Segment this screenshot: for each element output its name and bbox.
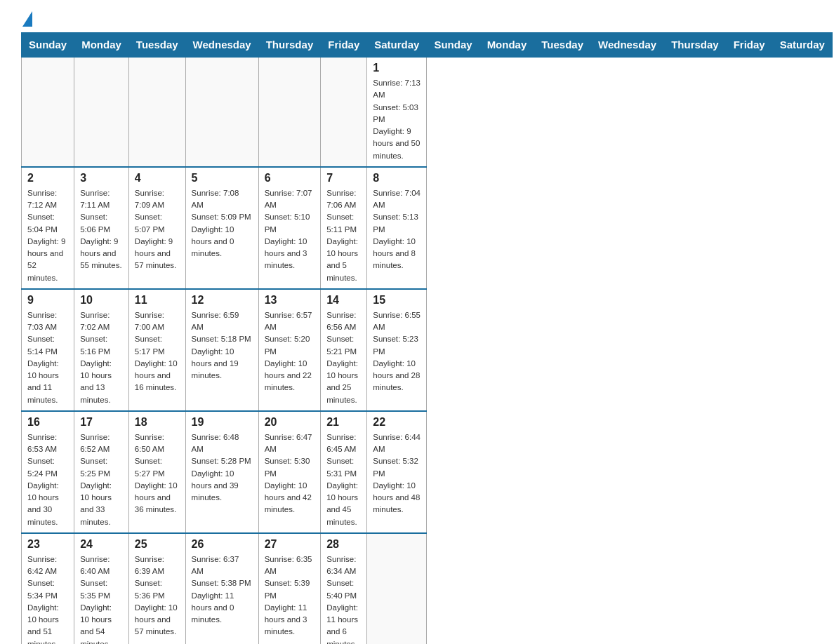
- day-info: Sunrise: 6:57 AM Sunset: 5:20 PM Dayligh…: [265, 309, 315, 394]
- day-info: Sunrise: 7:07 AM Sunset: 5:10 PM Dayligh…: [265, 187, 315, 272]
- day-number: 15: [373, 294, 421, 307]
- day-info: Sunrise: 7:11 AM Sunset: 5:06 PM Dayligh…: [80, 187, 123, 272]
- day-number: 12: [192, 294, 253, 307]
- calendar-cell: 1Sunrise: 7:13 AM Sunset: 5:03 PM Daylig…: [367, 57, 427, 167]
- day-number: 2: [27, 172, 68, 185]
- day-number: 9: [27, 294, 68, 307]
- day-info: Sunrise: 6:40 AM Sunset: 5:35 PM Dayligh…: [80, 554, 123, 644]
- column-header-friday: Friday: [321, 33, 367, 58]
- day-number: 4: [135, 172, 180, 185]
- column-header-sunday: Sunday: [427, 33, 479, 58]
- day-info: Sunrise: 7:04 AM Sunset: 5:13 PM Dayligh…: [373, 187, 421, 272]
- day-number: 1: [373, 62, 421, 74]
- calendar-cell: [321, 57, 367, 167]
- calendar-cell: 2Sunrise: 7:12 AM Sunset: 5:04 PM Daylig…: [22, 167, 74, 289]
- column-header-tuesday: Tuesday: [534, 33, 591, 58]
- day-number: 28: [326, 538, 361, 551]
- day-info: Sunrise: 7:06 AM Sunset: 5:11 PM Dayligh…: [326, 187, 361, 284]
- logo: [21, 14, 32, 25]
- day-info: Sunrise: 7:03 AM Sunset: 5:14 PM Dayligh…: [27, 309, 68, 406]
- day-info: Sunrise: 6:34 AM Sunset: 5:40 PM Dayligh…: [326, 554, 361, 644]
- column-header-friday: Friday: [726, 33, 772, 58]
- calendar-cell: 7Sunrise: 7:06 AM Sunset: 5:11 PM Daylig…: [321, 167, 367, 289]
- calendar-cell: 15Sunrise: 6:55 AM Sunset: 5:23 PM Dayli…: [367, 289, 427, 411]
- calendar-cell: [367, 533, 427, 644]
- column-header-saturday: Saturday: [772, 33, 832, 58]
- day-number: 23: [27, 538, 68, 551]
- calendar-cell: 25Sunrise: 6:39 AM Sunset: 5:36 PM Dayli…: [128, 533, 185, 644]
- day-number: 19: [192, 416, 253, 429]
- day-number: 24: [80, 538, 123, 551]
- day-number: 22: [373, 416, 421, 429]
- calendar-cell: 17Sunrise: 6:52 AM Sunset: 5:25 PM Dayli…: [74, 411, 129, 533]
- day-info: Sunrise: 7:00 AM Sunset: 5:17 PM Dayligh…: [135, 309, 180, 394]
- day-number: 10: [80, 294, 123, 307]
- day-info: Sunrise: 6:47 AM Sunset: 5:30 PM Dayligh…: [265, 431, 315, 516]
- day-info: Sunrise: 6:35 AM Sunset: 5:39 PM Dayligh…: [265, 554, 315, 638]
- day-info: Sunrise: 6:48 AM Sunset: 5:28 PM Dayligh…: [192, 431, 253, 504]
- calendar-week-5: 23Sunrise: 6:42 AM Sunset: 5:34 PM Dayli…: [22, 533, 833, 644]
- calendar-cell: [128, 57, 185, 167]
- day-info: Sunrise: 6:39 AM Sunset: 5:36 PM Dayligh…: [135, 554, 180, 638]
- day-info: Sunrise: 6:45 AM Sunset: 5:31 PM Dayligh…: [326, 431, 361, 528]
- column-header-saturday: Saturday: [367, 33, 427, 58]
- day-number: 7: [326, 172, 361, 185]
- calendar-cell: 18Sunrise: 6:50 AM Sunset: 5:27 PM Dayli…: [128, 411, 185, 533]
- day-info: Sunrise: 6:50 AM Sunset: 5:27 PM Dayligh…: [135, 431, 180, 516]
- calendar-cell: 6Sunrise: 7:07 AM Sunset: 5:10 PM Daylig…: [258, 167, 321, 289]
- day-number: 17: [80, 416, 123, 429]
- day-info: Sunrise: 7:12 AM Sunset: 5:04 PM Dayligh…: [27, 187, 68, 284]
- calendar-cell: [185, 57, 258, 167]
- calendar-week-1: 1Sunrise: 7:13 AM Sunset: 5:03 PM Daylig…: [22, 57, 833, 167]
- column-header-tuesday: Tuesday: [128, 33, 185, 58]
- column-header-thursday: Thursday: [664, 33, 727, 58]
- column-header-wednesday: Wednesday: [591, 33, 664, 58]
- calendar-cell: 10Sunrise: 7:02 AM Sunset: 5:16 PM Dayli…: [74, 289, 129, 411]
- column-header-monday: Monday: [479, 33, 534, 58]
- day-info: Sunrise: 6:59 AM Sunset: 5:18 PM Dayligh…: [192, 309, 253, 382]
- column-header-sunday: Sunday: [22, 33, 74, 58]
- day-number: 11: [135, 294, 180, 307]
- day-info: Sunrise: 7:02 AM Sunset: 5:16 PM Dayligh…: [80, 309, 123, 406]
- day-info: Sunrise: 6:55 AM Sunset: 5:23 PM Dayligh…: [373, 309, 421, 394]
- day-info: Sunrise: 6:44 AM Sunset: 5:32 PM Dayligh…: [373, 431, 421, 516]
- day-info: Sunrise: 6:37 AM Sunset: 5:38 PM Dayligh…: [192, 554, 253, 626]
- calendar-cell: 20Sunrise: 6:47 AM Sunset: 5:30 PM Dayli…: [258, 411, 321, 533]
- calendar-cell: 21Sunrise: 6:45 AM Sunset: 5:31 PM Dayli…: [321, 411, 367, 533]
- day-number: 16: [27, 416, 68, 429]
- calendar-cell: 9Sunrise: 7:03 AM Sunset: 5:14 PM Daylig…: [22, 289, 74, 411]
- calendar-cell: 23Sunrise: 6:42 AM Sunset: 5:34 PM Dayli…: [22, 533, 74, 644]
- calendar-cell: 8Sunrise: 7:04 AM Sunset: 5:13 PM Daylig…: [367, 167, 427, 289]
- page-header: [21, 14, 813, 25]
- day-number: 13: [265, 294, 315, 307]
- day-info: Sunrise: 7:09 AM Sunset: 5:07 PM Dayligh…: [135, 187, 180, 272]
- calendar-cell: 13Sunrise: 6:57 AM Sunset: 5:20 PM Dayli…: [258, 289, 321, 411]
- column-header-monday: Monday: [74, 33, 129, 58]
- day-number: 6: [265, 172, 315, 185]
- day-number: 20: [265, 416, 315, 429]
- calendar-cell: [258, 57, 321, 167]
- calendar-cell: 12Sunrise: 6:59 AM Sunset: 5:18 PM Dayli…: [185, 289, 258, 411]
- calendar-cell: 24Sunrise: 6:40 AM Sunset: 5:35 PM Dayli…: [74, 533, 129, 644]
- calendar-cell: 16Sunrise: 6:53 AM Sunset: 5:24 PM Dayli…: [22, 411, 74, 533]
- day-info: Sunrise: 7:13 AM Sunset: 5:03 PM Dayligh…: [373, 77, 421, 162]
- day-number: 25: [135, 538, 180, 551]
- calendar-week-4: 16Sunrise: 6:53 AM Sunset: 5:24 PM Dayli…: [22, 411, 833, 533]
- calendar-cell: 4Sunrise: 7:09 AM Sunset: 5:07 PM Daylig…: [128, 167, 185, 289]
- day-info: Sunrise: 6:52 AM Sunset: 5:25 PM Dayligh…: [80, 431, 123, 528]
- calendar-header-row: SundayMondayTuesdayWednesdayThursdayFrid…: [22, 33, 833, 58]
- day-number: 21: [326, 416, 361, 429]
- calendar-cell: 28Sunrise: 6:34 AM Sunset: 5:40 PM Dayli…: [321, 533, 367, 644]
- calendar-cell: 27Sunrise: 6:35 AM Sunset: 5:39 PM Dayli…: [258, 533, 321, 644]
- day-number: 3: [80, 172, 123, 185]
- calendar-cell: 5Sunrise: 7:08 AM Sunset: 5:09 PM Daylig…: [185, 167, 258, 289]
- calendar-cell: 26Sunrise: 6:37 AM Sunset: 5:38 PM Dayli…: [185, 533, 258, 644]
- calendar-week-2: 2Sunrise: 7:12 AM Sunset: 5:04 PM Daylig…: [22, 167, 833, 289]
- calendar-cell: 22Sunrise: 6:44 AM Sunset: 5:32 PM Dayli…: [367, 411, 427, 533]
- calendar-table: SundayMondayTuesdayWednesdayThursdayFrid…: [21, 32, 833, 644]
- calendar-cell: [74, 57, 129, 167]
- day-info: Sunrise: 6:56 AM Sunset: 5:21 PM Dayligh…: [326, 309, 361, 406]
- day-info: Sunrise: 6:53 AM Sunset: 5:24 PM Dayligh…: [27, 431, 68, 528]
- day-number: 5: [192, 172, 253, 185]
- day-info: Sunrise: 7:08 AM Sunset: 5:09 PM Dayligh…: [192, 187, 253, 260]
